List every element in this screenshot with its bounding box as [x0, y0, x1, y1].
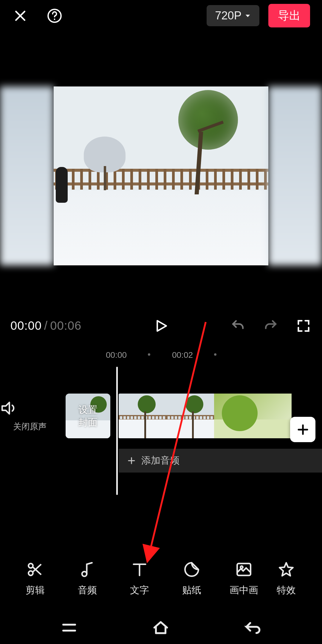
undo-button[interactable] [230, 318, 246, 334]
tool-effects[interactable]: 特效 [270, 561, 303, 597]
cover-button-label: 设置封面 [78, 403, 97, 428]
tool-label: 文字 [130, 584, 149, 597]
preview-blur-left [0, 86, 54, 265]
resolution-button[interactable]: 720P [207, 5, 259, 26]
clip-thumbnail[interactable] [166, 394, 214, 438]
svg-point-19 [240, 566, 243, 569]
mute-original-audio-button[interactable]: 关闭原声 [0, 400, 60, 432]
tool-label: 音频 [78, 584, 97, 597]
back-icon [243, 618, 262, 637]
add-audio-button[interactable]: 添加音频 [119, 449, 322, 473]
ruler-dot [214, 353, 216, 356]
play-button[interactable] [153, 318, 169, 334]
tool-edit[interactable]: 剪辑 [9, 561, 61, 597]
timeline-ruler[interactable]: 00:00 00:02 [0, 350, 322, 365]
tool-label: 画中画 [230, 584, 258, 597]
timecode: 00:00/00:06 [10, 319, 81, 332]
tool-sticker[interactable]: 贴纸 [165, 561, 218, 597]
svg-point-3 [54, 18, 55, 20]
system-nav-bar [0, 611, 322, 644]
close-icon[interactable] [12, 7, 28, 24]
clip-thumbnail[interactable] [119, 394, 166, 438]
resolution-label: 720P [215, 9, 242, 22]
nav-home-button[interactable] [151, 618, 170, 637]
svg-marker-4 [157, 321, 166, 331]
fullscreen-button[interactable] [295, 318, 312, 334]
add-clip-button[interactable] [290, 417, 315, 442]
picture-in-picture-icon [235, 561, 253, 578]
bottom-toolbar: 剪辑 音频 文字 贴纸 画中画 特效 [0, 561, 322, 611]
star-icon [277, 561, 295, 578]
tool-label: 剪辑 [26, 584, 45, 597]
home-icon [151, 618, 170, 637]
current-time: 00:00 [10, 319, 42, 332]
nav-back-button[interactable] [243, 618, 262, 637]
help-icon[interactable] [46, 7, 63, 24]
video-preview[interactable] [0, 86, 322, 265]
export-button[interactable]: 导出 [268, 4, 310, 27]
tool-text[interactable]: 文字 [113, 561, 165, 597]
svg-marker-5 [2, 402, 9, 414]
ruler-tick: 00:02 [172, 350, 193, 360]
timeline[interactable]: 关闭原声 设置封面 添加音频 [0, 376, 322, 501]
plus-icon [127, 456, 136, 465]
preview-frame [54, 86, 268, 265]
nav-menu-button[interactable] [60, 619, 78, 637]
text-icon [131, 561, 148, 578]
sticker-icon [183, 561, 201, 578]
set-cover-button[interactable]: 设置封面 [66, 394, 110, 438]
tool-label: 贴纸 [182, 584, 201, 597]
mute-label: 关闭原声 [0, 421, 60, 432]
speaker-icon [0, 400, 17, 417]
tool-audio[interactable]: 音频 [61, 561, 113, 597]
ruler-dot [148, 353, 150, 356]
menu-icon [60, 619, 78, 637]
music-note-icon [78, 561, 96, 578]
tool-label: 特效 [277, 584, 296, 597]
chevron-down-icon [244, 13, 251, 19]
playhead[interactable] [116, 367, 118, 495]
ruler-tick: 00:00 [106, 350, 127, 360]
scissors-icon [26, 561, 44, 578]
clip-thumbnail[interactable] [214, 394, 292, 438]
add-audio-label: 添加音频 [141, 454, 179, 467]
svg-marker-20 [280, 563, 293, 576]
duration: 00:06 [50, 319, 81, 332]
redo-button[interactable] [262, 318, 279, 334]
plus-icon [296, 423, 309, 436]
tool-pip[interactable]: 画中画 [218, 561, 270, 597]
preview-blur-right [268, 86, 322, 265]
